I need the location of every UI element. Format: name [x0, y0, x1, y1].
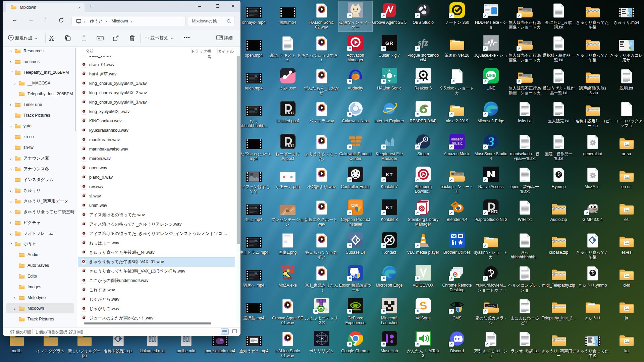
svg-text:A: A — [98, 37, 100, 40]
